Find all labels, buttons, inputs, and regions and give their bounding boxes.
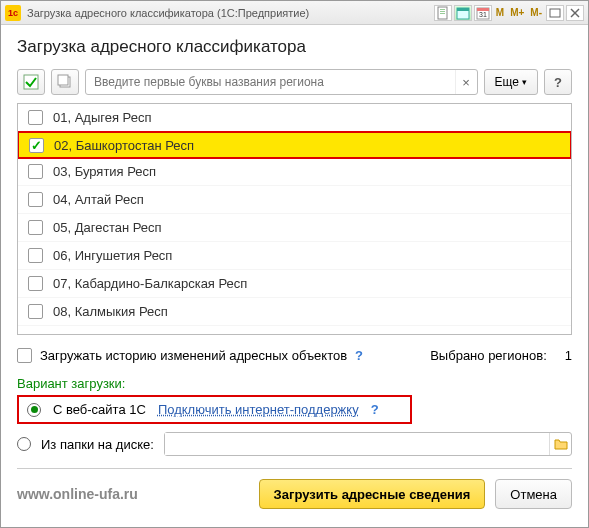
chevron-down-icon: ▾: [522, 77, 527, 87]
region-label: 02, Башкортостан Респ: [54, 138, 194, 153]
region-row[interactable]: 02, Башкортостан Респ: [17, 131, 572, 159]
selected-count: 1: [565, 348, 572, 363]
region-label: 05, Дагестан Респ: [53, 220, 162, 235]
page-title: Загрузка адресного классификатора: [17, 37, 572, 57]
help-button[interactable]: ?: [544, 69, 572, 95]
region-row[interactable]: 07, Кабардино-Балкарская Респ: [18, 270, 571, 298]
radio-folder[interactable]: [17, 437, 31, 451]
region-row[interactable]: 05, Дагестан Респ: [18, 214, 571, 242]
calendar-icon[interactable]: 31: [474, 5, 492, 21]
search-input[interactable]: [86, 70, 455, 94]
region-checkbox[interactable]: [28, 304, 43, 319]
titlebar-tools: 31 M M+ M-: [434, 5, 584, 21]
region-label: 01, Адыгея Респ: [53, 110, 152, 125]
region-checkbox[interactable]: [28, 220, 43, 235]
m-minus-button[interactable]: M-: [528, 5, 544, 21]
history-help-icon[interactable]: ?: [355, 348, 363, 363]
history-label: Загружать историю изменений адресных объ…: [40, 348, 347, 363]
radio-web-label: С веб-сайта 1С: [53, 402, 146, 417]
window-title: Загрузка адресного классификатора (1С:Пр…: [27, 7, 434, 19]
m-plus-button[interactable]: M+: [508, 5, 526, 21]
folder-input-wrap: [164, 432, 572, 456]
close-icon[interactable]: [566, 5, 584, 21]
history-checkbox[interactable]: [17, 348, 32, 363]
region-label: 07, Кабардино-Балкарская Респ: [53, 276, 247, 291]
region-row[interactable]: 03, Бурятия Респ: [18, 158, 571, 186]
folder-input[interactable]: [165, 433, 549, 455]
search-clear-button[interactable]: ×: [455, 70, 477, 94]
svg-rect-9: [550, 9, 560, 17]
check-all-button[interactable]: [17, 69, 45, 95]
region-checkbox[interactable]: [28, 248, 43, 263]
more-button[interactable]: Еще ▾: [484, 69, 538, 95]
region-checkbox[interactable]: [28, 164, 43, 179]
region-row[interactable]: 08, Калмыкия Респ: [18, 298, 571, 326]
region-label: 03, Бурятия Респ: [53, 164, 156, 179]
region-checkbox[interactable]: [29, 138, 44, 153]
svg-rect-2: [440, 11, 445, 12]
region-label: 06, Ингушетия Респ: [53, 248, 172, 263]
radio-web[interactable]: [27, 403, 41, 417]
svg-rect-5: [457, 8, 469, 11]
uncheck-all-button[interactable]: [51, 69, 79, 95]
region-row[interactable]: 01, Адыгея Респ: [18, 104, 571, 132]
svg-rect-1: [440, 9, 445, 10]
variant-web-box: С веб-сайта 1С Подключить интернет-подде…: [17, 395, 412, 424]
region-checkbox[interactable]: [28, 110, 43, 125]
footer-url: www.online-ufa.ru: [17, 486, 249, 502]
svg-rect-3: [440, 13, 445, 14]
folder-browse-button[interactable]: [549, 433, 571, 455]
region-label: 08, Калмыкия Респ: [53, 304, 168, 319]
svg-text:31: 31: [479, 11, 487, 18]
region-row[interactable]: 06, Ингушетия Респ: [18, 242, 571, 270]
toolbar: × Еще ▾ ?: [17, 69, 572, 95]
m-button[interactable]: M: [494, 5, 506, 21]
footer: www.online-ufa.ru Загрузить адресные све…: [17, 468, 572, 509]
calendar-green-icon[interactable]: [454, 5, 472, 21]
connect-support-link[interactable]: Подключить интернет-поддержку: [158, 402, 359, 417]
connect-help-icon[interactable]: ?: [371, 402, 379, 417]
region-list[interactable]: 01, Адыгея Респ02, Башкортостан Респ03, …: [17, 103, 572, 335]
titlebar: 1c Загрузка адресного классификатора (1С…: [1, 1, 588, 25]
doc-icon[interactable]: [434, 5, 452, 21]
cancel-button[interactable]: Отмена: [495, 479, 572, 509]
radio-folder-label: Из папки на диске:: [41, 437, 154, 452]
selected-label: Выбрано регионов:: [430, 348, 547, 363]
load-button[interactable]: Загрузить адресные сведения: [259, 479, 486, 509]
search-wrap: ×: [85, 69, 478, 95]
svg-rect-14: [58, 75, 68, 85]
maximize-icon[interactable]: [546, 5, 564, 21]
region-checkbox[interactable]: [28, 276, 43, 291]
variant-label: Вариант загрузки:: [17, 376, 572, 391]
region-label: 04, Алтай Респ: [53, 192, 144, 207]
region-checkbox[interactable]: [28, 192, 43, 207]
region-row[interactable]: 04, Алтай Респ: [18, 186, 571, 214]
app-icon: 1c: [5, 5, 21, 21]
